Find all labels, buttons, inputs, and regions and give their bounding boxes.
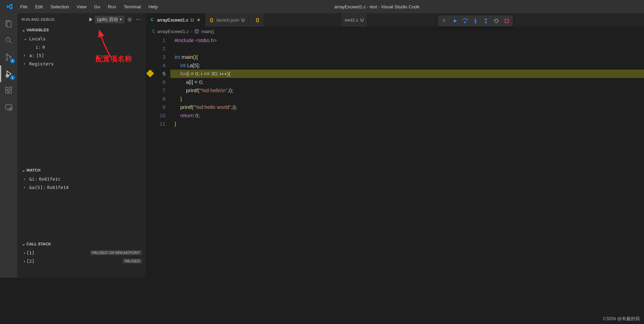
watch-label: WATCH [26, 168, 41, 172]
callstack-header[interactable]: ⌄ CALL STACK [17, 239, 146, 248]
callstack-frame-1[interactable]: › [1] PAUSED ON BREAKPOINT [17, 248, 146, 257]
callstack-2-state: PAUSED [123, 259, 142, 263]
c-file-icon: C [149, 17, 155, 23]
chevron-right-icon: › [24, 185, 29, 190]
line-number[interactable]: 2 [155, 45, 165, 53]
debug-config-select[interactable]: (gdb) 启动 ▼ [95, 16, 124, 23]
debug-badge: 1 [10, 75, 15, 80]
code-line-current[interactable]: for(i = 0; i <= 30; i++){ [170, 70, 644, 78]
watch-1-value: 0x61fe1c [37, 176, 60, 182]
variable-a-name: a: [29, 53, 35, 58]
svg-line-3 [10, 41, 12, 44]
close-icon[interactable]: ✕ [196, 17, 202, 23]
code-line[interactable]: printf("%d:hello world",i); [170, 103, 644, 111]
titlebar: File Edit Selection View Go Run Terminal… [0, 0, 644, 13]
activity-debug[interactable]: 1 [0, 65, 17, 82]
svg-point-15 [129, 18, 131, 20]
variables-header[interactable]: ⌄ VARIABLES [17, 25, 146, 34]
debug-stop-button[interactable] [502, 16, 512, 25]
code-line[interactable]: int main(){ [170, 53, 644, 61]
watch-header[interactable]: ⌄ WATCH [17, 166, 146, 175]
debug-toolbar[interactable]: ⠿ [438, 15, 513, 26]
variable-i[interactable]: i: 0 [17, 43, 146, 51]
watch-expr-2[interactable]: › &a[5]: 0x61fe14 [17, 183, 146, 191]
tab-eed2[interactable]: eed2.c U [341, 13, 367, 26]
debug-start-button[interactable] [88, 17, 93, 22]
activity-extensions[interactable] [0, 82, 17, 99]
debug-more-button[interactable]: ⋯ [135, 16, 141, 23]
menu-selection[interactable]: Selection [47, 3, 72, 11]
chevron-right-icon: › [24, 250, 25, 255]
variable-i-name: i: [35, 45, 41, 50]
code-line[interactable]: printf("%d:hello\n",i); [170, 86, 644, 95]
variables-scope-locals[interactable]: ⌄ Locals [17, 34, 146, 43]
tab-json-unnamed[interactable]: {} [248, 13, 264, 26]
locals-label: Locals [29, 36, 46, 41]
line-number[interactable]: 7 [155, 86, 165, 95]
line-number[interactable]: 10 [155, 111, 165, 120]
breadcrumb[interactable]: C arrayExceed1.c › main() [146, 26, 644, 36]
code-line[interactable]: a[i] = 0; [170, 78, 644, 86]
debug-step-into-button[interactable] [471, 16, 480, 25]
debug-restart-button[interactable] [491, 16, 501, 25]
gutter[interactable]: 1 2 3 4 5 6 7 8 9 10 11 [146, 36, 170, 278]
callstack-frame-2[interactable]: › [2] PAUSED [17, 257, 146, 265]
chevron-down-icon: ▼ [119, 18, 122, 21]
code-line[interactable]: } [170, 95, 644, 103]
sidebar-header: RUN AND DEBUG (gdb) 启动 ▼ ⋯ [17, 13, 146, 25]
watch-1-name: &i: [29, 176, 37, 182]
code-line[interactable]: return 0; [170, 111, 644, 120]
code-line[interactable]: } [170, 120, 644, 128]
activity-bar: 5 1 [0, 13, 17, 278]
activity-scm[interactable]: 5 [0, 49, 17, 65]
line-number[interactable]: 4 [155, 61, 165, 70]
code-area[interactable]: #include <stdio.h> int main(){ int i,a[5… [170, 36, 644, 278]
menu-go[interactable]: Go [91, 3, 104, 11]
menu-view[interactable]: View [73, 3, 90, 11]
line-number-current[interactable]: 5 [155, 70, 165, 78]
svg-point-2 [6, 38, 10, 42]
tab-arrayexceed1[interactable]: C arrayExceed1.c U ✕ [146, 13, 205, 26]
line-number[interactable]: 11 [155, 120, 165, 128]
line-number[interactable]: 8 [155, 95, 165, 103]
debug-step-out-button[interactable] [481, 16, 491, 25]
debug-continue-button[interactable] [450, 16, 459, 25]
svg-point-5 [6, 59, 8, 61]
callstack-section: ⌄ CALL STACK › [1] PAUSED ON BREAKPOINT … [17, 239, 146, 278]
menu-terminal[interactable]: Terminal [120, 3, 144, 11]
watch-expr-1[interactable]: › &i: 0x61fe1c [17, 175, 146, 183]
line-number[interactable]: 6 [155, 78, 165, 86]
code-line[interactable]: int i,a[5]; [170, 61, 644, 70]
menu-edit[interactable]: Edit [32, 3, 46, 11]
debug-settings-button[interactable] [126, 16, 133, 23]
activity-search[interactable] [0, 32, 17, 49]
line-number[interactable]: 9 [155, 103, 165, 111]
watermark: CSDN @有趣的我 [603, 316, 640, 322]
grip-icon[interactable]: ⠿ [439, 16, 449, 25]
activity-explorer[interactable] [0, 15, 17, 32]
variables-scope-registers[interactable]: › Registers [17, 60, 146, 68]
tab-2-modified: U [242, 17, 245, 23]
breadcrumb-symbol[interactable]: main() [201, 29, 214, 34]
variable-a[interactable]: › a: [5] [17, 51, 146, 60]
chevron-right-icon: › [24, 53, 29, 58]
debug-config-label: (gdb) 启动 [97, 16, 118, 23]
variable-a-value: [5] [35, 53, 44, 58]
menu-run[interactable]: Run [104, 3, 120, 11]
registers-label: Registers [29, 61, 54, 66]
breadcrumb-file[interactable]: arrayExceed1.c [157, 29, 189, 34]
code-line[interactable]: #include <stdio.h> [170, 36, 644, 45]
code-line[interactable] [170, 45, 644, 53]
svg-point-16 [465, 22, 466, 23]
debug-step-over-button[interactable] [460, 16, 470, 25]
menu-file[interactable]: File [17, 3, 31, 11]
editor[interactable]: 1 2 3 4 5 6 7 8 9 10 11 #include <stdio.… [146, 36, 644, 278]
window-title: arrayExceed1.c - test - Visual Studio Co… [161, 4, 593, 9]
line-number[interactable]: 3 [155, 53, 165, 61]
menu-help[interactable]: Help [145, 3, 161, 11]
line-number[interactable]: 1 [155, 36, 165, 45]
variables-label: VARIABLES [26, 28, 49, 32]
activity-remote[interactable] [0, 99, 17, 116]
tab-launchjson[interactable]: {} launch.json U [205, 13, 248, 26]
chevron-down-icon: ⌄ [21, 242, 26, 246]
